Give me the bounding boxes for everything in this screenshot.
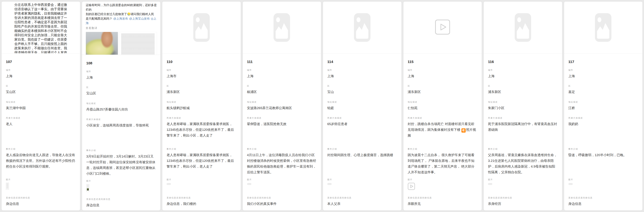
field-label-event: 事件介绍 bbox=[408, 148, 478, 150]
screenshot-thumbnail[interactable] bbox=[6, 183, 9, 190]
field-value-event: 老人患有哮喘，家属联系居委报备要求就医，12345也表示尽快，但是120依然来不… bbox=[166, 152, 236, 169]
field-label-city: 城市 bbox=[568, 69, 638, 72]
field-image: 图片 bbox=[247, 178, 317, 196]
post-line2: 别的区都已经分发过几批物资了 bbox=[86, 13, 127, 16]
mention-link-shanghai-fabu[interactable]: @上海发布 bbox=[113, 17, 128, 20]
image-placeholder-icon bbox=[515, 13, 531, 42]
field-city: 城市 上海 bbox=[6, 69, 76, 85]
field-label-deceased: 死者大体描述 bbox=[166, 117, 236, 119]
field-address: 地址描述 丹霞山路257弄馨佳园八街坊 bbox=[86, 102, 156, 118]
card-content: 107 城市 上海 区 宝山区 地址描述 美兰湖中华园 死者大体描述 老人 事件… bbox=[2, 53, 80, 210]
field-deceased: 死者大体描述 封控，跳楼自杀当场死亡 对面楼邻居只看见听见现场情况，因为集体被封… bbox=[408, 117, 478, 148]
field-value-event: 昏迷，呼吸微弱，120半小时到，已晚。 bbox=[568, 152, 638, 158]
field-value-event: 老人感染后物业街道无人跟进，导致老人在没有救援的情况下去世。另外该小区还有不少阳… bbox=[6, 152, 76, 169]
article-screenshot[interactable] bbox=[119, 32, 157, 55]
record-card-111[interactable]: 111 城市 上海 区 杨浦区 地址描述 安波路265弄兰花教师公寓南区 死者大… bbox=[242, 2, 322, 210]
record-id: 111 bbox=[247, 59, 317, 64]
field-label-event: 事件介绍 bbox=[247, 148, 317, 150]
field-label-image: 图片 bbox=[166, 178, 236, 181]
field-label-direct: 直接信息还是间接信息 bbox=[327, 196, 397, 199]
card-content: 116 城市 上海 区 浦东新区 地址描述 朱家门小区 死者大体描述 死于浦东医… bbox=[484, 53, 562, 210]
news-screenshot-thumbnail[interactable] bbox=[86, 184, 89, 192]
field-value-city: 上海 bbox=[247, 73, 317, 79]
field-direct: 直接信息还是间接信息 亲眼所见 bbox=[408, 196, 478, 207]
card-content: 110 城市 上海市 区 浦东新区 地址描述 航头镇鹤沙航城 死者大体描述 老人… bbox=[162, 53, 241, 210]
field-deceased: 死者大体描述 我奶奶 bbox=[568, 117, 638, 148]
post-text: 运输有时间，为什么跟居委会的60的菜能到，还好多是烂的 别的区都已经分发过几批物… bbox=[86, 3, 157, 26]
card-media-weibo-post[interactable]: 运输有时间，为什么跟居委会的60的菜能到，还好多是烂的 别的区都已经分发过几批物… bbox=[82, 2, 160, 55]
field-deceased: 死者大体描述 死于浦东医院新冠隔离治疗中，有肾衰高血压封基础病 bbox=[488, 117, 558, 148]
field-value-deceased: 晕倒昏迷，送医院抢救无效 bbox=[247, 121, 317, 127]
field-label-event: 事件介绍 bbox=[86, 149, 156, 152]
field-value-event: 封控期间因生理、心理上极度痛苦，选择跳楼 bbox=[327, 152, 397, 158]
card-content: 108 城市 上海 区 宝山区 地址描述 丹霞山路257弄馨佳园八街坊 死者大体… bbox=[82, 55, 160, 210]
record-card-110[interactable]: 110 城市 上海市 区 浦东新区 地址描述 航头镇鹤沙航城 死者大体描述 老人… bbox=[162, 2, 241, 210]
field-label-city: 城市 bbox=[408, 69, 478, 72]
record-card-116[interactable]: 116 城市 上海 区 浦东新区 地址描述 朱家门小区 死者大体描述 死于浦东医… bbox=[484, 2, 562, 210]
record-card-108[interactable]: 运输有时间，为什么跟居委会的60的菜能到，还好多是烂的 别的区都已经分发过几批物… bbox=[82, 2, 161, 210]
cabbage-photo[interactable] bbox=[86, 32, 118, 55]
field-district: 区 杨浦区 bbox=[247, 85, 317, 101]
field-city: 城市 上海 bbox=[86, 70, 156, 86]
field-label-image: 图片 bbox=[327, 178, 397, 181]
field-label-event: 事件介绍 bbox=[166, 148, 236, 150]
record-card-115[interactable]: 115 城市 上海 区 浦东新区 地址描述 仁怡苑 死者大体描述 封控，跳楼自杀… bbox=[403, 2, 482, 210]
card-media-image-placeholder[interactable] bbox=[243, 2, 321, 53]
field-value-district: 浦东新区 bbox=[488, 89, 558, 95]
field-value-deceased: 死于浦东医院新冠隔离治疗中，有肾衰高血压封基础病 bbox=[488, 121, 558, 133]
field-value-deceased: 小区保安，连续两周高强度值班，导致猝死 bbox=[86, 122, 156, 128]
video-play-icon bbox=[435, 20, 450, 35]
field-label-district: 区 bbox=[86, 86, 156, 89]
card-media-image-placeholder[interactable] bbox=[162, 2, 241, 53]
view-translation-link[interactable]: 查看翻译 bbox=[86, 27, 157, 30]
field-label-direct: 直接信息还是间接信息 bbox=[86, 198, 156, 200]
field-image: 图片 bbox=[408, 178, 478, 196]
field-value-deceased: 封控，跳楼自杀当场死亡 对面楼邻居只看见听见现场情况，因为集体被封没有下楼 有照… bbox=[408, 121, 478, 138]
field-event: 事件介绍 封控期间因生理、心理上极度痛苦，选择跳楼 bbox=[327, 148, 397, 178]
field-value-address: 朱家门小区 bbox=[488, 105, 558, 111]
field-district: 区 浦东新区 bbox=[166, 85, 236, 101]
field-value-deceased: 我奶奶 bbox=[568, 121, 638, 127]
field-label-image: 图片 bbox=[568, 178, 638, 181]
field-direct: 直接信息还是间接信息 身边信息，我们楼的 bbox=[166, 196, 236, 207]
field-value-event: 父亲周嘉祖，肾衰且瘫痪在床靠血透维持生命，3.21住进第七人民医院肾病科治疗，由… bbox=[488, 152, 558, 175]
mention-link-baoshan-fabu[interactable]: @上海宝山发布 bbox=[129, 17, 150, 20]
field-value-city: 上海 bbox=[408, 73, 478, 79]
field-event: 事件介绍 4月11日上午，这位消毒防疫人员在给我们小区封控楼做消杀的时候突然晕倒… bbox=[247, 148, 317, 178]
image-placeholder-icon bbox=[354, 13, 370, 42]
card-media-video-placeholder[interactable] bbox=[404, 2, 482, 53]
field-label-image: 图片 bbox=[488, 178, 558, 181]
field-label-city: 城市 bbox=[6, 69, 76, 72]
video-thumbnail[interactable] bbox=[408, 183, 478, 191]
field-city: 城市 上海 bbox=[327, 69, 397, 85]
field-value-event: 4月11日上午，这位消毒防疫人员在给我们小区封控楼做消杀的时候突然晕倒，小区里有… bbox=[247, 152, 317, 175]
card-media-image-placeholder[interactable] bbox=[484, 2, 562, 53]
record-card-107[interactable]: 分左右联系上中华西居委会，通过微信语音确认了这一事实。由于需要保护患者家属的隐私… bbox=[2, 2, 80, 210]
field-image: 图片 bbox=[488, 178, 558, 196]
field-value-district: 浦东新区 bbox=[166, 89, 236, 95]
field-value-direct: 亲身经历 bbox=[488, 201, 558, 207]
card-media-text-screenshot[interactable]: 分左右联系上中华西居委会，通过微信语音确认了这一事实。由于需要保护患者家属的隐私… bbox=[2, 2, 80, 53]
field-image: 图片 bbox=[327, 178, 397, 196]
field-event: 事件介绍 因为凌晨十二点自杀， 很久救护车来了可能看到现场死了， 尸体留在原地，… bbox=[408, 148, 478, 178]
field-value-address: 丹霞山路257弄馨佳园八街坊 bbox=[86, 107, 156, 112]
record-card-117[interactable]: 117 城市 上海 区 嘉定 地址描述 江桥 死者大体描述 我奶奶 事件介绍 昏… bbox=[564, 2, 643, 210]
card-media-image-placeholder[interactable] bbox=[323, 2, 402, 53]
field-value-city: 上海市 bbox=[166, 73, 236, 79]
field-deceased: 死者大体描述 65岁癌症患者 bbox=[327, 117, 397, 148]
field-label-district: 区 bbox=[488, 85, 558, 87]
field-label-district: 区 bbox=[408, 85, 478, 87]
field-district: 区 嘉定 bbox=[568, 85, 638, 101]
field-deceased: 死者大体描述 晕倒昏迷，送医院抢救无效 bbox=[247, 117, 317, 148]
field-label-district: 区 bbox=[568, 85, 638, 87]
empty-image-pill bbox=[166, 183, 171, 185]
record-card-114[interactable]: 114 城市 上海 区 宝山 地址描述 铂庭 死者大体描述 65岁癌症患者 事件… bbox=[323, 2, 402, 210]
field-label-address: 地址描述 bbox=[166, 101, 236, 103]
record-id: 110 bbox=[166, 59, 236, 64]
field-value-deceased: 65岁癌症患者 bbox=[327, 121, 397, 127]
field-label-direct: 直接信息还是间接信息 bbox=[166, 196, 236, 199]
card-content: 115 城市 上海 区 浦东新区 地址描述 仁怡苑 死者大体描述 封控，跳楼自杀… bbox=[404, 53, 482, 210]
card-media-image-placeholder[interactable] bbox=[564, 2, 642, 53]
field-event: 事件介绍 老人感染后物业街道无人跟进，导致老人在没有救援的情况下去世。另外该小区… bbox=[6, 148, 76, 178]
field-address: 地址描述 航头镇鹤沙航城 bbox=[166, 101, 236, 117]
